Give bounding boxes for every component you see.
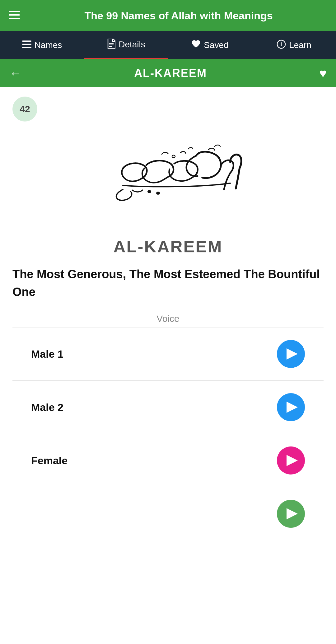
svg-point-11 [147, 190, 151, 193]
tab-names[interactable]: Names [0, 31, 84, 59]
number-badge: 42 [12, 97, 37, 122]
voice-row-extra [12, 487, 324, 540]
menu-icon[interactable] [7, 8, 21, 23]
svg-point-12 [156, 192, 160, 195]
list-icon [22, 40, 31, 51]
heart-tab-icon [191, 40, 201, 51]
tab-saved[interactable]: Saved [168, 31, 252, 59]
document-icon [107, 39, 115, 51]
tab-details[interactable]: Details [84, 31, 168, 59]
play-female-button[interactable] [277, 446, 305, 475]
app-bar: The 99 Names of Allah with Meanings [0, 0, 336, 31]
back-button[interactable]: ← [9, 66, 22, 80]
voice-row-female: Female [12, 434, 324, 487]
svg-text:i: i [281, 41, 282, 47]
content-area: 42 [0, 87, 336, 644]
voice-row-male1: Male 1 [12, 327, 324, 380]
svg-rect-5 [22, 47, 31, 48]
tab-learn[interactable]: i Learn [252, 31, 336, 59]
voice-female-label: Female [31, 455, 68, 467]
play-triangle-male1 [287, 348, 298, 360]
tab-details-label: Details [119, 40, 145, 50]
arabic-calligraphy [78, 137, 258, 218]
sub-header: ← AL-KAREEM ♥ [0, 59, 336, 87]
play-triangle-male2 [287, 402, 298, 413]
tab-names-label: Names [35, 40, 62, 50]
arabic-container [12, 128, 324, 231]
svg-point-13 [172, 155, 175, 158]
number-badge-value: 42 [20, 104, 30, 114]
info-icon: i [277, 40, 286, 51]
favorite-button[interactable]: ♥ [319, 66, 327, 80]
play-triangle-extra [287, 508, 298, 519]
voice-section: Voice Male 1 Male 2 Female [12, 313, 324, 540]
play-male1-button[interactable] [277, 340, 305, 368]
name-meaning: The Most Generous, The Most Esteemed The… [12, 265, 324, 301]
tab-learn-label: Learn [289, 40, 311, 50]
name-title: AL-KAREEM [12, 237, 324, 256]
svg-rect-3 [22, 41, 31, 42]
voice-male1-label: Male 1 [31, 348, 63, 360]
svg-rect-4 [22, 44, 31, 45]
voice-row-male2: Male 2 [12, 381, 324, 434]
voice-label: Voice [12, 313, 324, 324]
voice-male2-label: Male 2 [31, 401, 63, 413]
tab-saved-label: Saved [204, 40, 228, 50]
play-triangle-female [287, 455, 298, 466]
sub-header-title: AL-KAREEM [134, 67, 207, 80]
play-extra-button[interactable] [277, 500, 305, 528]
play-male2-button[interactable] [277, 393, 305, 421]
tab-bar: Names Details Saved i Le [0, 31, 336, 59]
app-title: The 99 Names of Allah with Meanings [29, 10, 329, 22]
